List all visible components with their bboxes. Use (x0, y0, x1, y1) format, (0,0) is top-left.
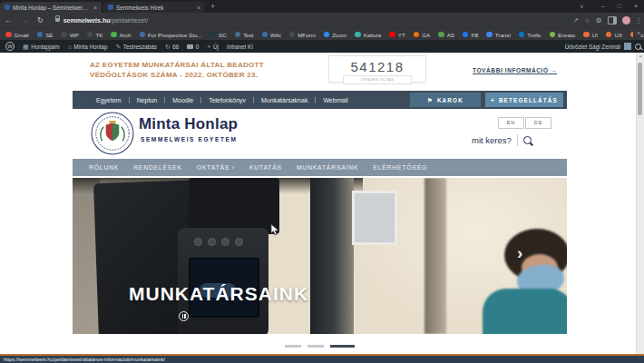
bookmark-item[interactable]: Gmail (5, 32, 29, 38)
bookmarks-overflow-icon[interactable]: » (633, 27, 640, 40)
bookmark-item[interactable]: For Prospective Stu... (140, 32, 202, 38)
bookmarks-bar: Gmail SE WP TK Arch For Prospective Stu.… (0, 27, 644, 41)
bookmark-item[interactable]: SC (210, 32, 227, 38)
more-info-link[interactable]: TOVÁBBI INFORMÁCIÓ → (473, 67, 557, 74)
tab-close-icon[interactable]: × (93, 5, 97, 11)
bookmark-item[interactable]: Zoom (324, 32, 346, 38)
bookmark-item[interactable]: Wiki (262, 32, 281, 38)
carousel-dot-1[interactable] (285, 345, 301, 348)
maximize-button[interactable]: □ (611, 3, 628, 9)
bookmark-item[interactable]: Arch (111, 32, 131, 38)
scrollbar-up-icon[interactable]: ▲ (637, 54, 644, 58)
reload-icon[interactable]: ↻ (33, 16, 48, 25)
lang-en-button[interactable]: EN (498, 117, 524, 129)
tab-minta-honlap[interactable]: Minta Honlap – Semmelweis Egy × (0, 2, 102, 13)
bookmark-item[interactable]: UI (583, 32, 598, 38)
bookmark-label: YT (398, 32, 405, 38)
intranet-label: Intranet KI (227, 44, 253, 50)
utility-nav-link[interactable]: Moodle (164, 97, 200, 103)
main-nav-link[interactable]: MUNKATÁRSAINK (297, 164, 358, 171)
university-logo[interactable] (91, 112, 134, 159)
lang-de-button[interactable]: DE (525, 117, 551, 129)
bookmark-item[interactable]: TK (87, 32, 102, 38)
tab-close-icon[interactable]: × (197, 5, 200, 11)
site-name-menu[interactable]: ⌂ Minta Honlap (68, 44, 108, 50)
tab-title: Minta Honlap – Semmelweis Egy (13, 5, 91, 11)
bookmark-favicon (606, 32, 612, 38)
minimize-button[interactable]: – (595, 3, 611, 9)
intranet-toggle[interactable]: Intranet KI (227, 44, 253, 50)
menu-icon[interactable]: ⋮ (636, 16, 643, 25)
bookmark-item[interactable]: WP (61, 32, 78, 38)
new-content-menu[interactable]: + Új (207, 44, 219, 50)
updates-menu[interactable]: ↻ 66 (165, 44, 179, 50)
tab-title: Semmelweis Hírek (116, 5, 194, 11)
bookmark-item[interactable]: Transl (486, 32, 510, 38)
greeting-label[interactable]: Üdvözlet Sági Zeninál (565, 44, 620, 50)
device-knob (221, 238, 229, 246)
page-scrollbar[interactable]: ▲ (636, 53, 644, 356)
slider-pause-icon[interactable] (179, 311, 189, 321)
site-subtitle: SEMMELWEIS EGYETEM (141, 136, 237, 142)
scrollbar-thumb[interactable] (638, 63, 642, 115)
utility-nav-link[interactable]: Telefonkönyv (200, 97, 253, 103)
utility-nav-link[interactable]: Neptun (129, 97, 165, 103)
bookmark-item[interactable]: Envato (550, 32, 576, 38)
extensions-icon[interactable]: ⚙ (596, 16, 602, 25)
tab-search-icon[interactable]: ∨ (573, 3, 594, 9)
bookmark-favicon (389, 32, 395, 38)
customize-menu[interactable]: ✎ Testreszabás (115, 44, 156, 50)
device-knob (208, 238, 216, 246)
utility-nav-link[interactable]: Webmail (315, 97, 355, 103)
my-sites-menu[interactable]: ▦ Honlapjaim (23, 44, 60, 50)
bookmark-item[interactable]: UX (606, 32, 622, 38)
wp-logo-menu[interactable]: W (5, 42, 15, 51)
search-icon[interactable] (523, 136, 532, 144)
home-icon: ⌂ (68, 44, 72, 50)
bookmark-item[interactable]: MForm (289, 32, 316, 38)
close-button[interactable]: × (628, 3, 644, 9)
utility-nav-link[interactable]: Egyetem (89, 97, 129, 103)
main-nav-link[interactable]: KUTATÁS (249, 164, 282, 171)
address-bar[interactable]: semmelweis.hu/peldaintezet/ (63, 17, 148, 24)
betegellatas-button[interactable]: + BETEGELLÁTÁS (485, 93, 563, 107)
main-nav-link[interactable]: OKTATÁS › (197, 164, 235, 171)
bookmark-item[interactable]: Trello (519, 32, 542, 38)
new-content-label: Új (213, 44, 219, 50)
profile-avatar[interactable] (622, 16, 630, 25)
back-icon[interactable]: ← (0, 16, 16, 25)
share-icon[interactable]: ↗ (573, 16, 579, 25)
main-nav-link[interactable]: RÓLUNK (89, 164, 119, 171)
karok-button[interactable]: ⚑ KAROK (410, 93, 481, 107)
utility-nav-link[interactable]: Munkatársaknak (253, 97, 315, 103)
main-nav: RÓLUNKRENDELÉSEKOKTATÁS ›KUTATÁSMUNKATÁR… (73, 159, 567, 176)
wordpress-icon: W (5, 42, 15, 51)
carousel-dot-3-active[interactable] (330, 345, 355, 348)
new-tab-button[interactable]: + (210, 2, 215, 12)
bookmark-favicon (583, 32, 590, 38)
user-avatar[interactable] (624, 43, 631, 50)
comments-menu[interactable]: 0 (187, 44, 199, 50)
side-panel-icon[interactable] (608, 16, 617, 25)
admin-search-icon[interactable] (635, 44, 641, 50)
bookmark-item[interactable]: SE (37, 32, 54, 38)
search-label[interactable]: mit keres? (472, 135, 512, 145)
bookmark-item[interactable]: FB (463, 32, 478, 38)
tab-semmelweis-hirek[interactable]: Semmelweis Hírek × (103, 2, 205, 13)
carousel-dot-2[interactable] (307, 345, 324, 348)
main-nav-link[interactable]: RENDELÉSEK (133, 164, 182, 171)
bookmark-item[interactable]: AS (438, 32, 454, 38)
bookmark-item[interactable]: Test (235, 32, 254, 38)
bookmark-favicon (289, 32, 296, 38)
bookmark-item[interactable]: GA (414, 32, 430, 38)
bookmark-favicon (37, 32, 44, 38)
bookmark-favicon (550, 32, 556, 38)
bookmark-item[interactable]: YT (389, 32, 405, 38)
bookmark-label: For Prospective Stu... (148, 32, 202, 38)
carousel-next-icon[interactable]: › (517, 243, 522, 263)
padlock-icon[interactable] (55, 18, 60, 22)
main-nav-link[interactable]: ELÉRHETŐSÉG (373, 164, 427, 171)
bookmark-item[interactable]: Kaltura (355, 32, 381, 38)
bookmark-star-icon[interactable]: ☆ (584, 16, 590, 25)
forward-icon[interactable]: → (16, 16, 33, 25)
